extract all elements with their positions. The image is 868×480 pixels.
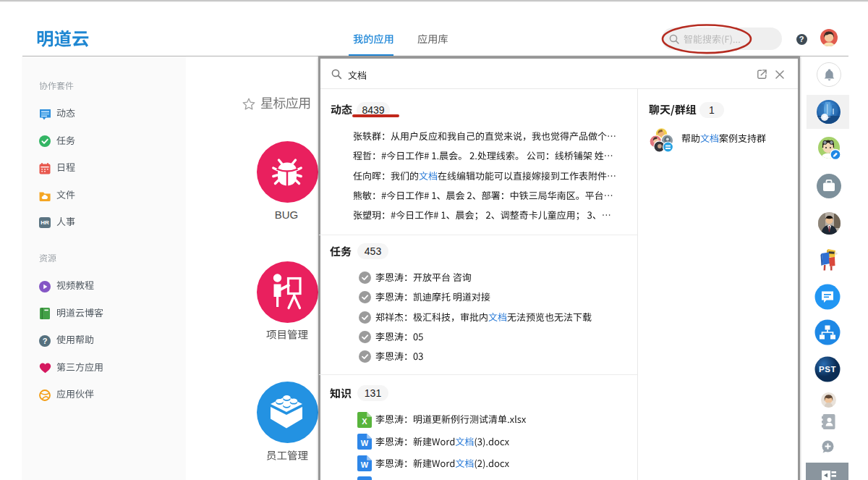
svg-text:?: ? [43, 337, 48, 345]
